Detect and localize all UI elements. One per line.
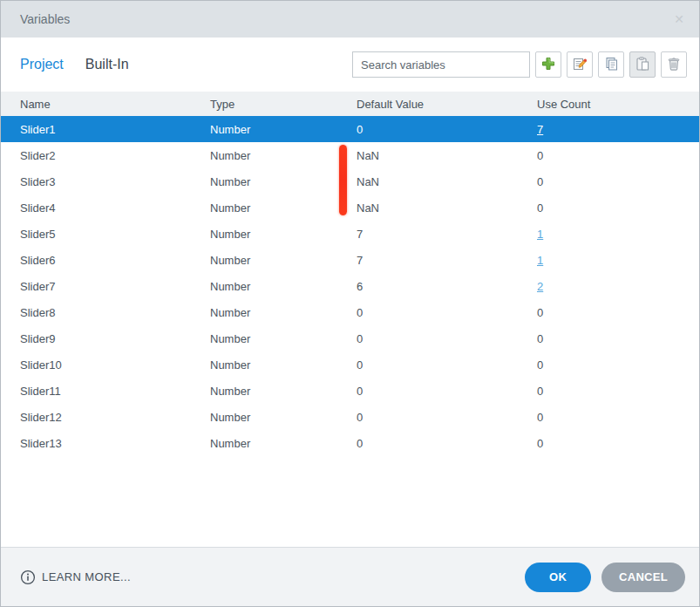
variable-default-value: 0 xyxy=(357,332,537,345)
variable-type: Number xyxy=(210,385,357,398)
variable-name: Slider6 xyxy=(20,254,210,267)
use-count-value[interactable]: 1 xyxy=(537,254,543,267)
variable-default-value: 0 xyxy=(357,411,537,424)
variable-type: Number xyxy=(210,358,357,372)
variable-type: Number xyxy=(210,149,357,162)
table-row[interactable]: Slider1 Number 0 7 xyxy=(1,116,699,142)
close-icon[interactable]: ✕ xyxy=(669,10,689,29)
variable-use-count: 1 xyxy=(537,254,699,267)
variable-type: Number xyxy=(210,411,357,424)
variable-use-count: 0 xyxy=(537,385,699,398)
variable-type: Number xyxy=(210,228,357,241)
variables-dialog: Variables ✕ Project Built-In xyxy=(0,0,700,607)
variable-default-value: NaN xyxy=(357,201,537,215)
table-body: Slider1 Number 0 7 Slider2 Number NaN 0 … xyxy=(1,116,699,456)
paste-clipboard-icon xyxy=(635,56,650,74)
use-count-value: 0 xyxy=(537,306,543,319)
table-empty-area xyxy=(1,456,699,547)
variable-name: Slider13 xyxy=(20,437,210,450)
variable-type: Number xyxy=(210,254,357,267)
table-row[interactable]: Slider9 Number 0 0 xyxy=(1,325,699,351)
delete-variable-button[interactable] xyxy=(661,51,687,78)
variable-use-count: 2 xyxy=(537,280,699,293)
variable-default-value: 6 xyxy=(357,280,537,293)
use-count-value: 0 xyxy=(537,175,543,188)
table-row[interactable]: Slider12 Number 0 0 xyxy=(1,404,699,430)
column-header-type[interactable]: Type xyxy=(210,98,357,111)
trash-icon xyxy=(666,56,682,74)
copy-variable-button[interactable] xyxy=(598,51,624,78)
variable-type: Number xyxy=(210,306,357,319)
variable-type: Number xyxy=(210,437,357,450)
variable-type: Number xyxy=(210,175,357,188)
variable-use-count: 0 xyxy=(537,437,699,450)
use-count-value: 0 xyxy=(537,385,543,398)
variable-type: Number xyxy=(210,332,357,345)
learn-more-link[interactable]: LEARN MORE... xyxy=(20,569,131,585)
variable-name: Slider12 xyxy=(20,411,210,424)
table-row[interactable]: Slider8 Number 0 0 xyxy=(1,299,699,325)
variable-use-count: 0 xyxy=(537,358,699,372)
use-count-value: 0 xyxy=(537,358,543,372)
variable-default-value: 7 xyxy=(357,228,537,241)
table-row[interactable]: Slider10 Number 0 0 xyxy=(1,351,699,378)
variable-default-value: NaN xyxy=(357,175,537,188)
table-row[interactable]: Slider2 Number NaN 0 xyxy=(1,142,699,168)
variable-default-value: 0 xyxy=(357,123,537,136)
variable-name: Slider3 xyxy=(20,175,210,188)
use-count-value[interactable]: 1 xyxy=(537,228,543,241)
variable-default-value: 0 xyxy=(357,358,537,372)
variable-default-value: 0 xyxy=(357,385,537,398)
variable-name: Slider2 xyxy=(20,149,210,162)
tab-built-in[interactable]: Built-In xyxy=(85,57,129,72)
variable-use-count: 0 xyxy=(537,149,699,162)
variable-name: Slider5 xyxy=(20,228,210,241)
table-row[interactable]: Slider13 Number 0 0 xyxy=(1,430,699,456)
ok-button[interactable]: OK xyxy=(525,563,591,592)
info-icon xyxy=(20,569,36,585)
variable-use-count: 0 xyxy=(537,332,699,345)
footer-buttons: OK CANCEL xyxy=(525,563,685,592)
column-header-name[interactable]: Name xyxy=(20,98,210,111)
table-row[interactable]: Slider11 Number 0 0 xyxy=(1,378,699,404)
add-variable-button[interactable] xyxy=(535,51,561,78)
table-row[interactable]: Slider6 Number 7 1 xyxy=(1,247,699,273)
variable-use-count: 1 xyxy=(537,228,699,241)
variable-use-count: 0 xyxy=(537,201,699,215)
variable-name: Slider1 xyxy=(20,123,210,136)
column-header-default-value[interactable]: Default Value xyxy=(357,98,537,111)
variable-use-count: 0 xyxy=(537,411,699,424)
variable-type: Number xyxy=(210,201,357,215)
variable-name: Slider8 xyxy=(20,306,210,319)
tab-project[interactable]: Project xyxy=(20,57,64,72)
plus-icon xyxy=(540,56,556,74)
dialog-titlebar: Variables ✕ xyxy=(1,1,699,38)
variable-name: Slider11 xyxy=(20,385,210,398)
table-row[interactable]: Slider3 Number NaN 0 xyxy=(1,168,699,194)
use-count-value: 0 xyxy=(537,149,543,162)
variable-default-value: 0 xyxy=(357,306,537,319)
variable-type: Number xyxy=(210,280,357,293)
use-count-value[interactable]: 7 xyxy=(537,123,543,136)
cancel-button[interactable]: CANCEL xyxy=(601,563,685,592)
variable-use-count: 0 xyxy=(537,306,699,319)
table-row[interactable]: Slider7 Number 6 2 xyxy=(1,273,699,299)
use-count-value[interactable]: 2 xyxy=(537,280,543,293)
variable-type: Number xyxy=(210,123,357,136)
variable-use-count: 7 xyxy=(537,123,699,136)
paste-variable-button[interactable] xyxy=(629,51,656,78)
edit-variable-button[interactable] xyxy=(567,51,593,78)
dialog-footer: LEARN MORE... OK CANCEL xyxy=(1,547,699,606)
table-row[interactable]: Slider4 Number NaN 0 xyxy=(1,194,699,221)
use-count-value: 0 xyxy=(537,201,543,215)
tabs-toolbar-row: Project Built-In xyxy=(1,38,699,92)
variable-default-value: NaN xyxy=(357,149,537,162)
table-row[interactable]: Slider5 Number 7 1 xyxy=(1,221,699,247)
variable-default-value: 7 xyxy=(357,254,537,267)
use-count-value: 0 xyxy=(537,437,543,450)
variable-name: Slider10 xyxy=(20,358,210,372)
copy-icon xyxy=(603,56,619,74)
search-input[interactable] xyxy=(352,51,530,78)
column-header-use-count[interactable]: Use Count xyxy=(537,98,699,111)
use-count-value: 0 xyxy=(537,411,543,424)
